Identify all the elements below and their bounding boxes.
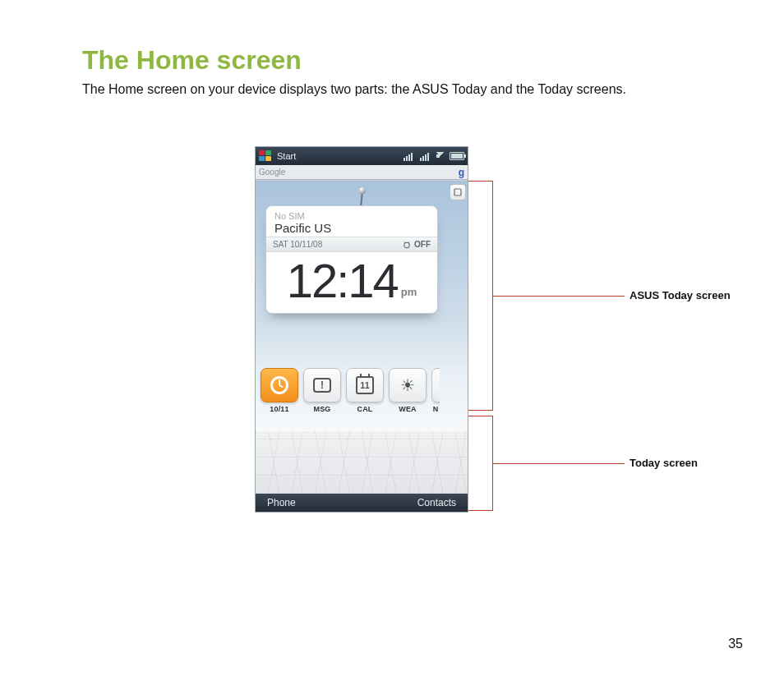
message-icon: [313, 378, 331, 393]
battery-icon: [450, 152, 464, 160]
callout-leader-today: [493, 463, 625, 464]
svg-rect-0: [454, 189, 461, 195]
page-title: The Home screen: [82, 45, 743, 76]
widget-1011[interactable]: 10/11: [261, 368, 298, 413]
callout-bracket-asus: [468, 181, 493, 411]
status-bar[interactable]: Start: [256, 147, 468, 165]
google-search-bar[interactable]: Google g: [256, 165, 468, 180]
data-icon: [420, 151, 431, 161]
weather-icon: ☀︎: [400, 375, 415, 395]
widget-label: MSG: [303, 405, 341, 413]
widget-tile: ☀︎: [389, 368, 427, 402]
calendar-icon: 11: [356, 376, 374, 394]
time-digits: 12:14: [287, 257, 398, 305]
figure: Start Google g No SIM Pacifi: [255, 146, 784, 513]
date-label: SAT 10/11/08: [273, 240, 322, 249]
svg-line-3: [408, 241, 409, 242]
widget-tile: [303, 368, 341, 402]
callout-leader-asus: [493, 296, 625, 297]
page-description: The Home screen on your device displays …: [82, 82, 743, 97]
asus-today-area: No SIM Pacific US SAT 10/11/08 OFF 12:14…: [256, 180, 468, 431]
softkey-contacts[interactable]: Contacts: [417, 497, 456, 508]
widget-tile: [261, 368, 298, 402]
widget-label: N: [431, 405, 440, 413]
timezone-label: Pacific US: [274, 221, 429, 235]
start-label: Start: [277, 151, 296, 161]
svg-point-1: [404, 242, 409, 247]
no-sim-label: No SIM: [274, 211, 429, 221]
widget-msg[interactable]: MSG: [303, 368, 341, 413]
callout-label-asus: ASUS Today screen: [630, 289, 731, 301]
widget-wea[interactable]: ☀︎WEA: [389, 368, 427, 413]
side-button[interactable]: [450, 184, 466, 200]
clock-icon: [270, 376, 288, 394]
volume-icon: [436, 152, 445, 160]
widget-label: 10/11: [261, 405, 298, 413]
page-number: 35: [728, 637, 743, 651]
svg-line-2: [404, 241, 405, 242]
widget-tile: [431, 368, 440, 402]
callout-bracket-today: [468, 416, 493, 511]
widget-label: WEA: [389, 405, 427, 413]
callout-label-today: Today screen: [630, 457, 698, 469]
windows-flag-icon: [259, 150, 272, 162]
softkey-bar: Phone Contacts: [256, 494, 468, 512]
google-g-icon: g: [459, 167, 464, 178]
google-placeholder: Google: [259, 168, 285, 177]
alarm-icon: [403, 241, 411, 249]
alarm-state: OFF: [414, 240, 431, 249]
clock-card[interactable]: No SIM Pacific US SAT 10/11/08 OFF 12:14…: [265, 205, 438, 314]
alarm-toggle[interactable]: OFF: [403, 240, 431, 249]
softkey-phone[interactable]: Phone: [267, 497, 296, 508]
widget-label: CAL: [346, 405, 384, 413]
time-ampm: pm: [401, 286, 417, 298]
signal-icon: [404, 151, 415, 161]
widget-row: 10/11MSG11CAL☀︎WEAN: [256, 368, 468, 413]
phone-screenshot: Start Google g No SIM Pacifi: [255, 146, 468, 513]
widget-n[interactable]: N: [431, 368, 440, 413]
today-area: [256, 431, 468, 494]
widget-tile: 11: [346, 368, 384, 402]
widget-cal[interactable]: 11CAL: [346, 368, 384, 413]
